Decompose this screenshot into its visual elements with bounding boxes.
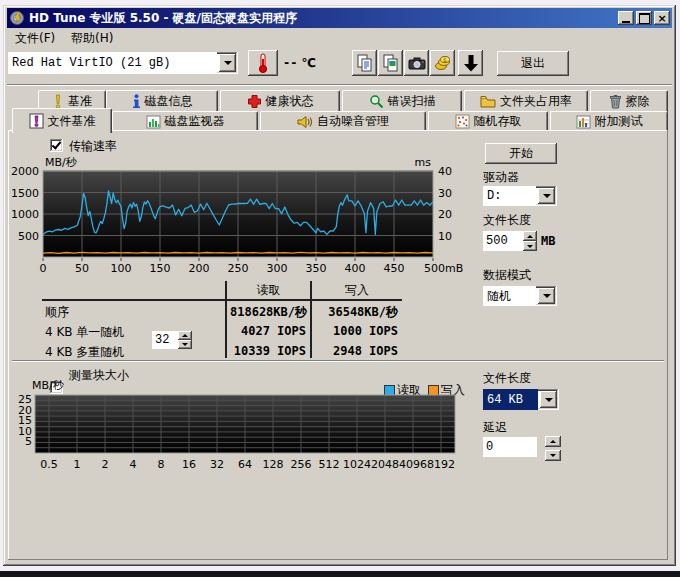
temperature-button[interactable] [248, 50, 278, 76]
window-title: HD Tune 专业版 5.50 - 硬盘/固态硬盘实用程序 [29, 10, 297, 27]
delay-spin-down-button[interactable] [545, 450, 561, 461]
chevron-down-icon[interactable] [538, 288, 555, 304]
exit-button[interactable]: 退出 [497, 51, 569, 76]
maximize-icon [639, 13, 650, 24]
row-label-4k-multi: 4 KB 多重随机 [45, 344, 124, 361]
maximize-button[interactable] [636, 11, 652, 25]
down-arrow-icon [462, 53, 480, 73]
chevron-down-icon[interactable] [540, 391, 557, 408]
copy-text-button[interactable] [352, 50, 377, 76]
delay-spin-up-button[interactable] [545, 436, 561, 447]
tab-folder-usage[interactable]: 文件夹占用率 [464, 90, 588, 112]
coins-icon: $ [434, 54, 452, 72]
svg-text:64: 64 [238, 458, 252, 471]
save-results-button[interactable] [458, 50, 483, 76]
tab-file-benchmark-active[interactable]: 文件基准 [12, 108, 112, 133]
menu-help[interactable]: 帮助(H) [65, 28, 119, 49]
speaker-icon [297, 115, 313, 129]
block-size-chart: 0.51248163264128256512102420484096819251… [10, 378, 470, 473]
svg-text:256: 256 [291, 458, 312, 471]
file-length-value[interactable]: 500 [483, 231, 523, 251]
screenshot-button[interactable] [404, 50, 429, 76]
sequential-read-value: 818628KB/秒 [230, 304, 306, 321]
col-header-write: 写入 [312, 282, 402, 299]
data-mode-combo[interactable]: 随机 [483, 286, 557, 306]
desktop: HD Tune 专业版 5.50 - 硬盘/固态硬盘实用程序 × 文件(F) 帮… [0, 0, 680, 577]
title-bar[interactable]: HD Tune 专业版 5.50 - 硬盘/固态硬盘实用程序 × [7, 8, 672, 28]
svg-text:30: 30 [438, 187, 452, 200]
tab-aam[interactable]: 自动噪音管理 [260, 111, 426, 131]
block-file-length-label: 文件长度 [483, 370, 531, 387]
svg-text:$: $ [443, 56, 447, 63]
trash-icon [609, 94, 622, 109]
transfer-rate-checkbox[interactable] [50, 139, 63, 152]
tab-extra-tests[interactable]: 附加测试 [550, 111, 668, 131]
tab-label: 附加测试 [595, 113, 643, 130]
close-icon: × [657, 13, 666, 24]
minimize-icon [622, 21, 630, 23]
tab-random-access[interactable]: 随机存取 [428, 111, 548, 131]
delay-value[interactable]: 0 [483, 437, 537, 457]
tab-error-scan[interactable]: 错误扫描 [342, 90, 462, 112]
magnifier-icon [369, 94, 384, 109]
svg-text:400: 400 [345, 262, 366, 275]
svg-text:500mB: 500mB [424, 262, 463, 275]
4k-multi-read-value: 10339 IOPS [230, 344, 306, 358]
svg-text:500: 500 [18, 230, 39, 243]
block-file-length-combo[interactable]: 64 KB [483, 389, 559, 410]
svg-text:50: 50 [75, 262, 89, 275]
spin-down-icon[interactable] [178, 340, 192, 349]
svg-text:300: 300 [267, 262, 288, 275]
svg-text:MB/秒: MB/秒 [45, 156, 78, 169]
file-length-spinner[interactable]: 500 [483, 231, 537, 251]
drive-select-value: Red Hat VirtIO (21 gB) [8, 52, 217, 74]
col-header-read: 读取 [227, 282, 310, 299]
info-icon [132, 94, 141, 109]
queue-depth-spinner[interactable]: 32 [152, 331, 192, 349]
svg-text:4096: 4096 [399, 458, 427, 471]
chevron-down-icon[interactable] [219, 54, 236, 72]
benchmark-icon [52, 94, 64, 109]
copy-image-button[interactable] [378, 50, 403, 76]
svg-text:40: 40 [438, 165, 452, 178]
svg-text:0.5: 0.5 [40, 458, 58, 471]
data-mode-label: 数据模式 [483, 267, 531, 284]
tab-label: 磁盘信息 [145, 93, 193, 110]
spin-down-icon[interactable] [523, 241, 537, 251]
start-button[interactable]: 开始 [485, 143, 557, 164]
tab-label: 擦除 [626, 93, 650, 110]
copy-text-icon [356, 54, 374, 72]
temperature-unit: ℃ [301, 56, 316, 70]
row-label-4k-single: 4 KB 单一随机 [45, 324, 124, 341]
4k-single-read-value: 4027 IOPS [230, 324, 306, 338]
delay-field[interactable]: 0 [483, 437, 537, 457]
start-button-label: 开始 [509, 145, 533, 162]
menu-file[interactable]: 文件(F) [9, 28, 61, 49]
health-cross-icon [247, 94, 262, 109]
drive-combo[interactable]: D: [483, 186, 557, 206]
queue-depth-value[interactable]: 32 [152, 331, 178, 349]
spin-up-icon[interactable] [523, 231, 537, 241]
minimize-button[interactable] [618, 11, 634, 25]
transfer-rate-chart: 5001000150020001020304005010015020025030… [10, 155, 465, 277]
tab-disk-info[interactable]: 磁盘信息 [106, 90, 218, 112]
extra-tests-icon [576, 115, 591, 129]
tab-erase[interactable]: 擦除 [590, 90, 668, 112]
drive-combo-value: D: [483, 186, 536, 206]
donate-button[interactable]: $ [430, 50, 455, 76]
tab-label: 错误扫描 [388, 93, 436, 110]
chevron-down-icon[interactable] [538, 188, 555, 204]
svg-text:1024: 1024 [343, 458, 371, 471]
drive-select-combo[interactable]: Red Hat VirtIO (21 gB) [8, 52, 238, 74]
spin-up-icon[interactable] [178, 331, 192, 340]
menu-bar: 文件(F) 帮助(H) [7, 28, 672, 47]
4k-single-write-value: 1000 IOPS [314, 324, 398, 338]
row-label-sequential: 顺序 [45, 304, 69, 321]
tab-health[interactable]: 健康状态 [220, 90, 340, 112]
svg-text:25: 25 [18, 393, 32, 406]
svg-text:8192: 8192 [427, 458, 455, 471]
temperature-value: -- [283, 56, 297, 70]
section-separator [12, 360, 664, 362]
tab-disk-monitor[interactable]: 磁盘监视器 [112, 111, 258, 131]
close-button[interactable]: × [654, 11, 670, 25]
